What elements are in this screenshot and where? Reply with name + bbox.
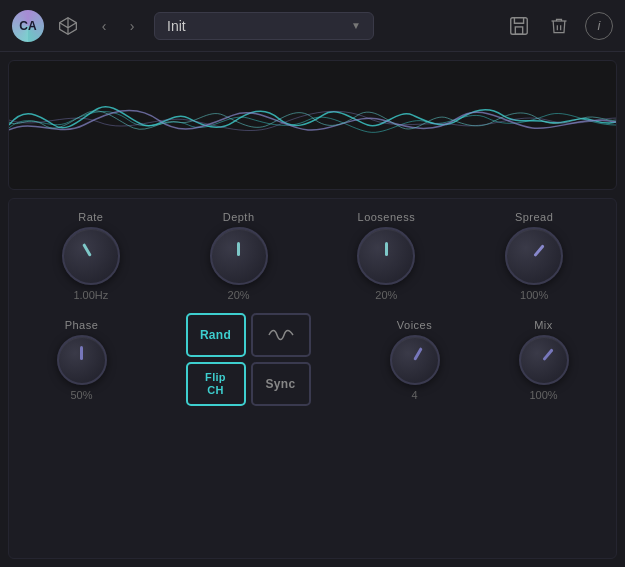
- depth-label: Depth: [223, 211, 255, 223]
- svg-rect-1: [515, 26, 522, 33]
- spread-label: Spread: [515, 211, 553, 223]
- depth-knob[interactable]: [210, 227, 268, 285]
- phase-group: Phase 50%: [57, 319, 107, 401]
- wave-icon: [267, 325, 295, 345]
- cube-icon[interactable]: [54, 12, 82, 40]
- spread-knob[interactable]: [505, 227, 563, 285]
- trash-button[interactable]: [545, 12, 573, 40]
- spread-value: 100%: [520, 289, 548, 301]
- voices-label: Voices: [397, 319, 432, 331]
- voices-knob[interactable]: [390, 335, 440, 385]
- nav-arrows: ‹ ›: [92, 14, 144, 38]
- flip-ch-label: FlipCH: [205, 371, 226, 397]
- depth-group: Depth 20%: [210, 211, 268, 301]
- looseness-label: Looseness: [358, 211, 416, 223]
- info-button[interactable]: i: [585, 12, 613, 40]
- controls-row-2: Phase 50% Rand FlipCH Sync Voices 4 Mix: [17, 309, 608, 406]
- mix-group: Mix 100%: [519, 319, 569, 401]
- preset-dropdown[interactable]: Init ▼: [154, 12, 374, 40]
- mix-knob[interactable]: [519, 335, 569, 385]
- phase-label: Phase: [65, 319, 99, 331]
- phase-value: 50%: [70, 389, 92, 401]
- button-matrix: Rand FlipCH Sync: [186, 313, 311, 406]
- flip-ch-button[interactable]: FlipCH: [186, 362, 246, 406]
- top-bar: CA ‹ › Init ▼: [0, 0, 625, 52]
- mix-label: Mix: [534, 319, 553, 331]
- looseness-group: Looseness 20%: [357, 211, 415, 301]
- phase-knob[interactable]: [57, 335, 107, 385]
- depth-value: 20%: [228, 289, 250, 301]
- voices-group: Voices 4: [390, 319, 440, 401]
- rate-label: Rate: [78, 211, 103, 223]
- rate-knob[interactable]: [62, 227, 120, 285]
- preset-name: Init: [167, 18, 186, 34]
- controls-row-1: Rate 1.00Hz Depth 20% Looseness 20% Spre…: [17, 211, 608, 301]
- top-actions: i: [505, 12, 613, 40]
- svg-rect-0: [511, 17, 528, 34]
- rate-value: 1.00Hz: [73, 289, 108, 301]
- waveform-display: [8, 60, 617, 190]
- voices-value: 4: [411, 389, 417, 401]
- mix-value: 100%: [529, 389, 557, 401]
- waveform-svg: [9, 61, 616, 189]
- forward-button[interactable]: ›: [120, 14, 144, 38]
- back-button[interactable]: ‹: [92, 14, 116, 38]
- sync-button[interactable]: Sync: [251, 362, 311, 406]
- spread-group: Spread 100%: [505, 211, 563, 301]
- wave-button[interactable]: [251, 313, 311, 357]
- dropdown-arrow: ▼: [351, 20, 361, 31]
- looseness-knob[interactable]: [357, 227, 415, 285]
- save-button[interactable]: [505, 12, 533, 40]
- rate-group: Rate 1.00Hz: [62, 211, 120, 301]
- looseness-value: 20%: [375, 289, 397, 301]
- controls-section: Rate 1.00Hz Depth 20% Looseness 20% Spre…: [8, 198, 617, 559]
- rand-button[interactable]: Rand: [186, 313, 246, 357]
- logo: CA: [12, 10, 44, 42]
